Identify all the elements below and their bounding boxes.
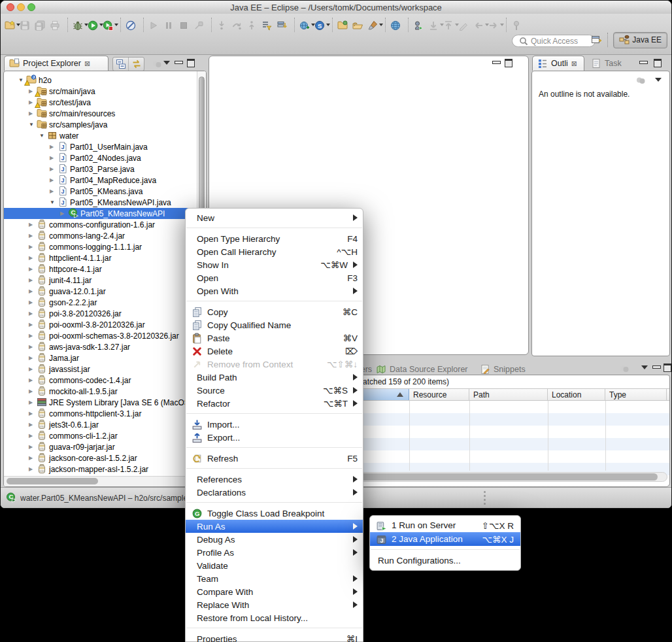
menu-item-1-run-on-server[interactable]: 1 Run on Server⇧⌥X R	[370, 518, 520, 532]
web-browser-button[interactable]	[390, 17, 404, 33]
menu-item-new[interactable]: New	[186, 211, 363, 224]
menu-item-replace-with[interactable]: Replace With	[186, 598, 363, 611]
java-ee-perspective-button[interactable]: Java EE	[613, 32, 667, 48]
tree-expand-arrow[interactable]: ▶	[29, 411, 33, 416]
tree-expand-arrow[interactable]: ▶	[29, 455, 33, 461]
tree-expand-arrow[interactable]: ▶	[29, 277, 33, 283]
tree-item[interactable]: ▼water	[4, 130, 197, 141]
run-coverage-button[interactable]	[103, 17, 116, 33]
maximize-editor-icon[interactable]	[505, 59, 512, 67]
tree-item[interactable]: ▶JPart04_MapReduce.java	[4, 175, 197, 186]
column-header-location[interactable]: Location	[548, 389, 605, 400]
menu-item-copy[interactable]: Copy⌘C	[186, 305, 363, 318]
tree-item[interactable]: ▶010httpclient-4.1.1.jar	[4, 252, 197, 263]
tree-expand-arrow[interactable]: ▶	[29, 366, 33, 372]
tree-expand-arrow[interactable]: ▶	[29, 222, 33, 228]
tree-expand-arrow[interactable]: ▼	[50, 199, 55, 205]
tree-expand-arrow[interactable]: ▶	[29, 311, 33, 316]
tree-expand-arrow[interactable]: ▶	[29, 344, 33, 350]
tree-item[interactable]: ▶010jets3t-0.6.1.jar	[4, 419, 197, 430]
paintbrush-button[interactable]	[367, 17, 381, 33]
menu-item-import[interactable]: Import...	[186, 418, 363, 431]
tree-expand-arrow[interactable]: ▶	[29, 422, 33, 428]
title-bar[interactable]: Java EE – Eclipse – /Users/tomk/Document…	[1, 1, 671, 14]
tree-item[interactable]: ▶010poi-3.8-20120326.jar	[4, 308, 197, 319]
tree-item[interactable]: ▶010poi-ooxml-3.8-20120326.jar	[4, 319, 197, 330]
tree-item[interactable]: ▼JPart05_KMeansNewAPI.java	[4, 197, 197, 208]
tree-item[interactable]: ▶src/main/resources	[4, 108, 197, 119]
tree-item[interactable]: ▶010commons-logging-1.1.1.jar	[4, 241, 197, 252]
tree-expand-arrow[interactable]: ▶	[29, 255, 33, 261]
tree-expand-arrow[interactable]: ▶	[29, 388, 33, 394]
tree-item[interactable]: ▶010jackson-mapper-asl-1.5.2.jar	[4, 464, 197, 475]
sash-handle-icon[interactable]	[484, 491, 486, 493]
tree-expand-arrow[interactable]: ▶	[29, 299, 33, 305]
tree-item[interactable]: ▶CPart05_KMeansNewAPI	[4, 208, 197, 219]
tree-item[interactable]: ▶JPart02_4Nodes.java	[4, 152, 197, 163]
link-with-editor-button[interactable]	[128, 58, 144, 71]
bottom-view-menu-icon[interactable]	[641, 365, 648, 369]
tree-item[interactable]: ▼src/samples/java	[4, 119, 197, 130]
tree-expand-arrow[interactable]: ▶	[29, 399, 33, 405]
view-menu-icon[interactable]	[163, 61, 170, 65]
menu-item-restore-from-local-history[interactable]: Restore from Local History...	[186, 611, 363, 624]
menu-item-toggle-class-load-breakpoint[interactable]: GToggle Class Load Breakpoint	[186, 507, 363, 520]
tree-expand-arrow[interactable]: ▶	[50, 144, 54, 150]
tree-expand-arrow[interactable]: ▶	[50, 155, 54, 161]
tree-item[interactable]: ▶JPart03_Parse.java	[4, 163, 197, 175]
menu-item-open-with[interactable]: Open With	[186, 284, 363, 297]
tree-expand-arrow[interactable]: ▼	[29, 122, 34, 127]
menu-item-refresh[interactable]: RefreshF5	[186, 452, 363, 465]
new-web-service-button[interactable]	[299, 17, 313, 33]
menu-item-export[interactable]: Export...	[186, 431, 363, 444]
tree-expand-arrow[interactable]: ▶	[29, 355, 33, 361]
tree-item[interactable]: ▶010guava-r09-jarjar.jar	[4, 441, 197, 452]
tree-expand-arrow[interactable]: ▶	[50, 188, 54, 194]
maximize-outline-icon[interactable]	[654, 59, 662, 67]
drop-to-frame-button[interactable]	[277, 17, 290, 33]
tree-expand-arrow[interactable]: ▶	[29, 110, 33, 116]
menu-item-open-type-hierarchy[interactable]: Open Type HierarchyF4	[186, 232, 363, 245]
tree-item[interactable]: ▶010jackson-core-asl-1.5.2.jar	[4, 452, 197, 464]
tree-expand-arrow[interactable]: ▶	[29, 233, 33, 239]
tree-item[interactable]: ▶src/main/java	[4, 86, 197, 97]
tree-expand-arrow[interactable]: ▶	[50, 177, 54, 183]
skip-breakpoints-button[interactable]	[126, 17, 139, 33]
open-folder-button[interactable]	[352, 17, 366, 33]
tree-item[interactable]: ▶010mockito-all-1.9.5.jar	[4, 386, 197, 397]
new-wizard-button[interactable]	[5, 17, 18, 33]
tree-expand-arrow[interactable]: ▼	[39, 133, 44, 139]
tree-item[interactable]: ▶010javassist.jar	[4, 363, 197, 375]
tree-item[interactable]: ▶JPart05_KMeans.java	[4, 186, 197, 197]
menu-item-declarations[interactable]: Declarations	[186, 486, 363, 499]
tree-item[interactable]: ▶010aws-java-sdk-1.3.27.jar	[4, 341, 197, 352]
close-icon[interactable]: ⊠	[84, 60, 90, 67]
menu-item-refactor[interactable]: Refactor⌥⌘T	[186, 397, 363, 410]
tree-item[interactable]: ▶010commons-lang-2.4.jar	[4, 230, 197, 241]
tree-item[interactable]: ▶JPart01_UserMain.java	[4, 141, 197, 152]
menu-item-compare-with[interactable]: Compare With	[186, 585, 363, 598]
tree-expand-arrow[interactable]: ▶	[29, 466, 33, 472]
tab-task[interactable]: Task	[587, 56, 626, 71]
column-header-type[interactable]: Type	[605, 389, 667, 400]
menu-item-delete[interactable]: Delete⌦	[186, 345, 363, 358]
tab-outline[interactable]: Outli ⊠	[532, 56, 584, 71]
tree-expand-arrow[interactable]: ▶	[29, 244, 33, 250]
menu-item-debug-as[interactable]: Debug As	[186, 533, 363, 546]
explorer-horizontal-scrollbar[interactable]	[4, 476, 206, 486]
outline-view-menu-icon[interactable]	[655, 78, 662, 82]
use-step-filters-button[interactable]	[261, 17, 275, 33]
debug-button[interactable]	[73, 17, 86, 33]
tree-item[interactable]: ▶010Jama.jar	[4, 352, 197, 363]
tree-expand-arrow[interactable]: ▶	[29, 88, 33, 94]
column-header-resource[interactable]: Resource	[409, 389, 469, 400]
tree-expand-arrow[interactable]: ▼	[18, 77, 24, 83]
menu-item-validate[interactable]: Validate	[186, 559, 363, 572]
open-perspective-button[interactable]	[588, 32, 605, 48]
menu-item-show-in[interactable]: Show In⌥⌘W	[186, 258, 363, 271]
column-header-path[interactable]: Path	[469, 389, 548, 400]
horizontal-scrollbar-thumb[interactable]	[7, 478, 98, 484]
menu-item-paste[interactable]: Paste⌘V	[186, 331, 363, 345]
maximize-view-icon[interactable]	[187, 59, 195, 67]
menu-item-run-as[interactable]: Run As	[186, 520, 363, 533]
